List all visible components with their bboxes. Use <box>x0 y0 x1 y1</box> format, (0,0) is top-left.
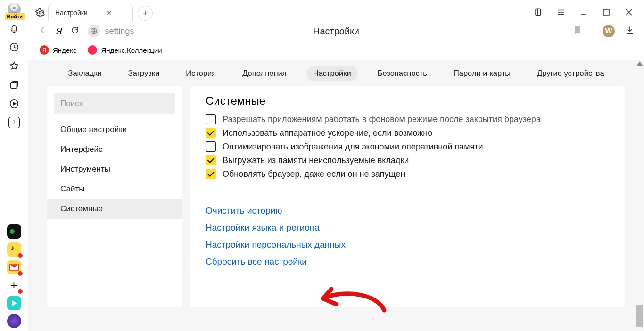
settings-top-nav: Закладки Загрузки История Дополнения Нас… <box>28 60 644 86</box>
topnav-bookmarks[interactable]: Закладки <box>61 66 108 81</box>
topnav-passwords[interactable]: Пароли и карты <box>447 66 517 81</box>
tab-close-icon[interactable]: ✕ <box>107 9 112 17</box>
profile-button[interactable]: Войти <box>8 3 21 16</box>
option-label: Обновлять браузер, даже если он не запущ… <box>223 169 405 179</box>
new-tab-button[interactable]: + <box>138 6 153 21</box>
sidenav-sites[interactable]: Сайты <box>47 179 182 199</box>
scroll-up-icon[interactable] <box>636 61 643 66</box>
checkbox-icon[interactable] <box>206 169 216 179</box>
option-label: Использовать аппаратное ускорение, если … <box>223 128 432 138</box>
site-icon <box>88 25 100 37</box>
bookmark-label: Яндекс.Коллекции <box>101 46 162 54</box>
page-title: Настройки <box>313 26 359 37</box>
bookmark-label: Яндекс <box>53 46 76 54</box>
app-camera[interactable] <box>7 224 21 239</box>
url-text: settings <box>105 26 134 36</box>
link-personal-data[interactable]: Настройки персональных данных <box>206 240 610 250</box>
tab-strip: Настройки ✕ + <box>28 0 644 21</box>
downloads-icon[interactable] <box>625 25 635 37</box>
link-reset-all[interactable]: Сбросить все настройки <box>206 257 610 267</box>
bookmark-icon[interactable] <box>574 25 581 37</box>
action-links: Очистить историю Настройки языка и регио… <box>206 206 610 267</box>
checkbox-icon[interactable] <box>206 128 216 138</box>
favorites-icon[interactable] <box>5 57 24 75</box>
settings-main-panel: Системные Разрешать приложениям работать… <box>190 86 625 307</box>
option-label: Выгружать из памяти неиспользуемые вклад… <box>223 156 409 166</box>
sidenav-system[interactable]: Системные <box>47 199 182 219</box>
app-music[interactable] <box>7 242 21 257</box>
reload-icon[interactable] <box>71 26 79 36</box>
option-hw-accel[interactable]: Использовать аппаратное ускорение, если … <box>206 128 610 138</box>
pinned-apps: + <box>7 224 21 331</box>
checkbox-icon[interactable] <box>206 155 216 166</box>
option-auto-update[interactable]: Обновлять браузер, даже если он не запущ… <box>206 169 610 179</box>
section-title: Системные <box>206 94 610 108</box>
browser-chrome: Настройки ✕ + Я settings Настройки W ЯЯн… <box>28 0 644 58</box>
browser-left-sidebar: Войти 1 + <box>0 0 28 331</box>
app-alisa[interactable] <box>7 314 21 328</box>
option-label: Оптимизировать изображения для экономии … <box>223 142 483 152</box>
sidenav-tools[interactable]: Инструменты <box>47 159 182 179</box>
settings-side-nav: Поиск Общие настройки Интерфейс Инструме… <box>47 86 182 307</box>
close-window-icon[interactable] <box>623 7 635 18</box>
yandex-logo-icon[interactable]: Я <box>56 25 62 37</box>
svg-point-4 <box>39 12 41 14</box>
svg-rect-2 <box>10 83 17 89</box>
back-icon[interactable] <box>38 25 47 37</box>
separator <box>592 26 592 36</box>
checkbox-icon[interactable] <box>206 114 216 124</box>
url-field[interactable]: settings <box>88 25 134 37</box>
topnav-security[interactable]: Безопасность <box>371 66 434 81</box>
settings-search-input[interactable]: Поиск <box>54 93 175 114</box>
link-language-region[interactable]: Настройки языка и региона <box>206 223 610 233</box>
option-label: Разрешать приложениям работать в фоновом… <box>223 115 541 124</box>
yandex-icon: Я <box>40 45 49 55</box>
link-clear-history[interactable]: Очистить историю <box>206 206 610 216</box>
collections-icon[interactable] <box>5 75 24 94</box>
option-unload-tabs[interactable]: Выгружать из памяти неиспользуемые вклад… <box>206 155 610 166</box>
topnav-downloads[interactable]: Загрузки <box>122 66 166 81</box>
settings-gear-icon[interactable] <box>32 5 48 21</box>
bookmarks-bar: ЯЯндекс Яндекс.Коллекции <box>28 41 644 58</box>
minimize-icon[interactable] <box>578 7 589 18</box>
scrollbar-thumb[interactable] <box>636 305 643 327</box>
history-icon[interactable] <box>5 38 24 57</box>
svg-rect-6 <box>603 9 609 15</box>
option-optimize-images[interactable]: Оптимизировать изображения для экономии … <box>206 141 610 152</box>
sidenav-interface[interactable]: Интерфейс <box>47 140 182 159</box>
option-background-apps[interactable]: Разрешать приложениям работать в фоновом… <box>206 114 610 124</box>
tab-title: Настройки <box>55 9 88 17</box>
tab-settings[interactable]: Настройки ✕ <box>48 4 133 21</box>
notifications-icon[interactable] <box>5 19 24 38</box>
login-badge[interactable]: Войти <box>5 13 25 20</box>
maximize-icon[interactable] <box>601 7 612 18</box>
menu-icon[interactable] <box>555 7 567 18</box>
collections-favicon <box>88 45 97 55</box>
sidebar-toggle-icon[interactable] <box>533 7 544 18</box>
app-add[interactable]: + <box>7 278 21 292</box>
topnav-history[interactable]: История <box>179 66 223 81</box>
topnav-addons[interactable]: Дополнения <box>236 66 293 81</box>
window-controls <box>533 7 644 21</box>
app-kinopoisk[interactable] <box>7 296 21 310</box>
address-bar: Я settings Настройки W <box>28 21 644 41</box>
topnav-devices[interactable]: Другие устройства <box>530 66 611 81</box>
app-mail[interactable] <box>7 260 21 274</box>
bookmark-yandex[interactable]: ЯЯндекс <box>40 45 76 55</box>
video-icon[interactable] <box>5 94 24 113</box>
checkbox-icon[interactable] <box>206 141 216 152</box>
extension-w-icon[interactable]: W <box>603 25 615 37</box>
topnav-settings[interactable]: Настройки <box>306 66 358 81</box>
tab-count-badge[interactable]: 1 <box>5 113 24 132</box>
sidenav-general[interactable]: Общие настройки <box>47 120 182 140</box>
settings-page: Закладки Загрузки История Дополнения Нас… <box>28 60 644 331</box>
bookmark-collections[interactable]: Яндекс.Коллекции <box>88 45 162 55</box>
svg-point-0 <box>13 7 16 9</box>
